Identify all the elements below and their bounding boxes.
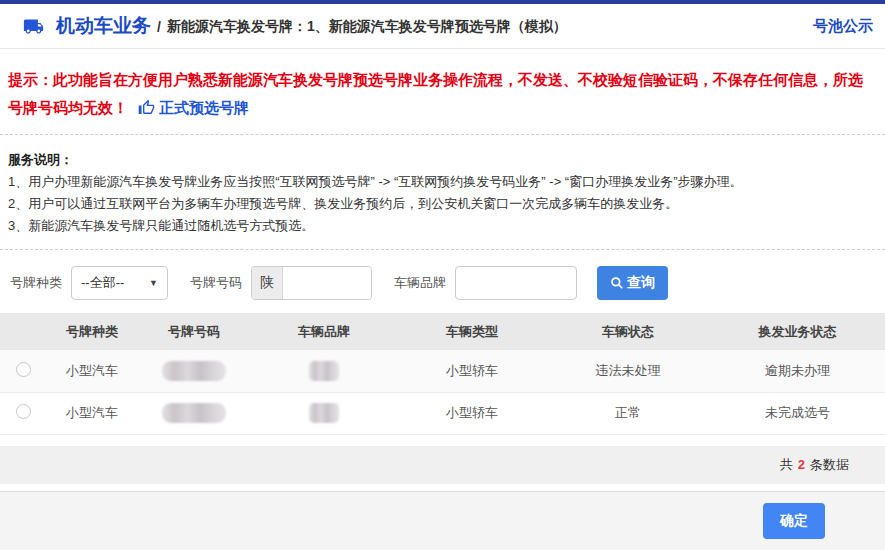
service-note-2: 2、用户可以通过互联网平台为多辆车办理预选号牌、换发业务预约后，到公安机关窗口一…: [8, 193, 875, 215]
cell-brand: [250, 392, 398, 434]
redacted-brand: [309, 361, 339, 381]
plate-number-group: 陕: [251, 266, 372, 300]
simulation-notice: 提示：此功能旨在方便用户熟悉新能源汽车换发号牌预选号牌业务操作流程，不发送、不校…: [8, 66, 875, 122]
plate-number-label: 号牌号码: [190, 274, 242, 292]
thumbs-up-icon: [138, 99, 155, 116]
service-notes: 服务说明： 1、用户办理新能源汽车换发号牌业务应当按照“互联网预选号牌” -> …: [8, 149, 875, 237]
service-note-3: 3、新能源汽车换发号牌只能通过随机选号方式预选。: [8, 215, 875, 237]
brand-label: 车辆品牌: [394, 274, 446, 292]
cell-business-status: 未完成选号: [710, 392, 885, 434]
row-select-radio[interactable]: [16, 404, 31, 419]
service-note-1: 1、用户办理新能源汽车换发号牌业务应当按照“互联网预选号牌” -> “互联网预约…: [8, 171, 875, 193]
vehicle-table: 号牌种类 号牌号码 车辆品牌 车辆类型 车辆状态 换发业务状态 小型汽车 小型轿…: [0, 313, 885, 435]
col-brand: 车辆品牌: [250, 313, 398, 350]
cell-vehicle-status: 违法未处理: [546, 350, 710, 392]
cell-plate-number: [138, 392, 250, 434]
breadcrumb-separator: /: [157, 19, 161, 35]
table-row: 小型汽车 小型轿车 正常 未完成选号: [0, 392, 885, 434]
cell-business-status: 逾期未办理: [710, 350, 885, 392]
plate-type-select[interactable]: --全部-- ▼: [71, 266, 168, 300]
table-header-row: 号牌种类 号牌号码 车辆品牌 车辆类型 车辆状态 换发业务状态: [0, 313, 885, 350]
col-vehicle-type: 车辆类型: [398, 313, 546, 350]
cell-plate-number: [138, 350, 250, 392]
cell-brand: [250, 350, 398, 392]
service-notes-heading: 服务说明：: [8, 149, 875, 171]
redacted-brand: [309, 403, 339, 423]
count-suffix: 条数据: [810, 456, 849, 474]
page: 机动车业务 / 新能源汽车换发号牌：1、新能源汽车换发号牌预选号牌（模拟） 号池…: [0, 0, 885, 550]
official-preselect-link[interactable]: 正式预选号牌: [159, 99, 249, 116]
search-button[interactable]: 查询: [597, 266, 668, 300]
province-prefix: 陕: [252, 267, 283, 299]
notice-text: 提示：此功能旨在方便用户熟悉新能源汽车换发号牌预选号牌业务操作流程，不发送、不校…: [8, 71, 863, 116]
table-row: 小型汽车 小型轿车 违法未处理 逾期未办理: [0, 350, 885, 392]
plate-pool-link[interactable]: 号池公示: [813, 17, 873, 36]
truck-icon: [20, 16, 47, 37]
page-header: 机动车业务 / 新能源汽车换发号牌：1、新能源汽车换发号牌预选号牌（模拟） 号池…: [0, 4, 885, 49]
cell-plate-type: 小型汽车: [46, 350, 138, 392]
plate-type-label: 号牌种类: [10, 274, 62, 292]
chevron-down-icon: ▼: [149, 278, 158, 288]
cell-vehicle-type: 小型轿车: [398, 350, 546, 392]
record-count: 2: [798, 457, 805, 472]
col-plate-number: 号牌号码: [138, 313, 250, 350]
redacted-plate-number: [162, 403, 226, 423]
divider: [0, 134, 885, 135]
page-footer: 确定: [0, 491, 885, 550]
record-count-bar: 共 2 条数据: [0, 446, 885, 484]
redacted-plate-number: [162, 361, 226, 381]
search-icon: [610, 276, 624, 290]
col-business-status: 换发业务状态: [710, 313, 885, 350]
brand-input[interactable]: [455, 266, 577, 300]
confirm-button[interactable]: 确定: [763, 503, 825, 539]
row-select-radio[interactable]: [16, 362, 31, 377]
select-column-header: [0, 313, 46, 350]
search-button-label: 查询: [627, 274, 655, 292]
cell-plate-type: 小型汽车: [46, 392, 138, 434]
plate-type-selected-value: --全部--: [81, 274, 124, 292]
col-plate-type: 号牌种类: [46, 313, 138, 350]
breadcrumb: 新能源汽车换发号牌：1、新能源汽车换发号牌预选号牌（模拟）: [167, 18, 567, 36]
col-vehicle-status: 车辆状态: [546, 313, 710, 350]
cell-vehicle-status: 正常: [546, 392, 710, 434]
page-title: 机动车业务: [56, 13, 151, 39]
cell-vehicle-type: 小型轿车: [398, 392, 546, 434]
filter-bar: 号牌种类 --全部-- ▼ 号牌号码 陕 车辆品牌 查询: [0, 250, 885, 313]
count-prefix: 共: [780, 456, 793, 474]
plate-number-input[interactable]: [283, 267, 371, 299]
